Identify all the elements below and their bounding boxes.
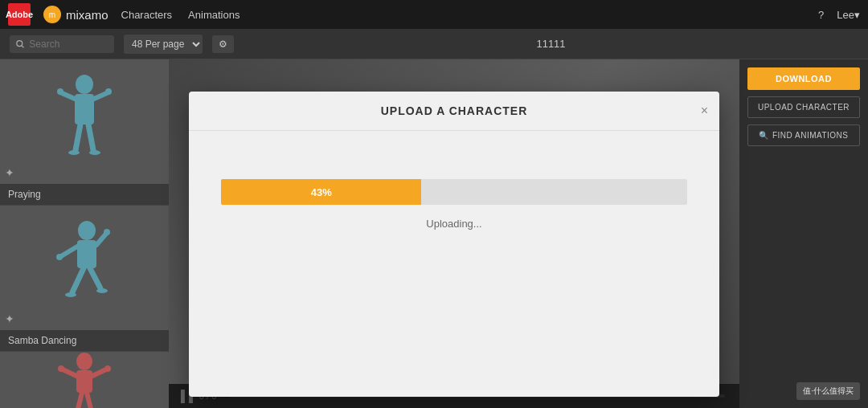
main-layout: ✦ Praying xyxy=(0,59,868,408)
progress-label: 43% xyxy=(311,186,332,198)
top-navigation: Adobe m mixamo Characters Animations ? L… xyxy=(0,0,868,29)
svg-point-17 xyxy=(104,229,110,235)
modal-overlay: UPLOAD A CHARACTER × 43% Uploading... xyxy=(169,59,739,408)
svg-point-6 xyxy=(57,88,63,95)
svg-line-14 xyxy=(61,247,77,256)
svg-rect-3 xyxy=(75,94,94,124)
nav-characters[interactable]: Characters xyxy=(121,9,173,21)
modal-body: 43% Uploading... xyxy=(189,131,719,262)
svg-line-26 xyxy=(92,369,106,376)
modal-close-button[interactable]: × xyxy=(701,104,708,118)
svg-line-16 xyxy=(96,234,106,245)
svg-rect-13 xyxy=(77,240,96,268)
svg-point-21 xyxy=(96,288,108,293)
gear-button[interactable]: ⚙ xyxy=(212,35,234,53)
card-thumbnail-praying: ✦ xyxy=(0,59,169,184)
watermark: 值·什么值得买 xyxy=(796,382,860,400)
toolbar-title: 11111 xyxy=(536,38,565,50)
nav-animations[interactable]: Animations xyxy=(188,9,240,21)
nav-links: Characters Animations xyxy=(121,9,240,21)
svg-point-15 xyxy=(56,254,63,260)
card-label-samba: Samba Dancing xyxy=(0,330,169,351)
svg-line-18 xyxy=(72,268,84,292)
adobe-logo: Adobe xyxy=(8,3,31,26)
search-box[interactable] xyxy=(10,35,114,53)
mixamo-icon: m xyxy=(43,6,61,23)
user-menu[interactable]: Lee▾ xyxy=(837,9,860,21)
svg-line-19 xyxy=(90,268,100,288)
svg-line-29 xyxy=(87,393,92,408)
card-icon-praying: ✦ xyxy=(5,166,14,179)
help-button[interactable]: ? xyxy=(818,9,824,21)
svg-point-20 xyxy=(65,292,76,297)
svg-point-22 xyxy=(76,353,92,370)
card-label-praying: Praying xyxy=(0,184,169,205)
find-animations-button[interactable]: 🔍 FIND ANIMATIONS xyxy=(747,124,860,146)
card-icon-samba: ✦ xyxy=(5,312,14,325)
uploading-text: Uploading... xyxy=(221,218,687,230)
svg-rect-23 xyxy=(76,370,92,393)
svg-point-12 xyxy=(78,221,96,240)
progress-bar-container: 43% xyxy=(221,179,687,205)
svg-line-24 xyxy=(63,369,76,376)
list-item[interactable]: Dancing xyxy=(0,352,169,408)
svg-line-28 xyxy=(77,393,82,408)
list-item[interactable]: ✦ Praying xyxy=(0,59,169,206)
svg-point-25 xyxy=(58,365,64,372)
svg-point-10 xyxy=(68,150,80,155)
find-animations-label: FIND ANIMATIONS xyxy=(772,131,849,140)
toolbar: 48 Per page ⚙ 11111 xyxy=(0,29,868,59)
center-viewport: ▐▐ 0 / 0 UPLOAD A CHARACTER × 43% Upload… xyxy=(169,59,739,408)
svg-line-9 xyxy=(88,124,93,150)
upload-modal: UPLOAD A CHARACTER × 43% Uploading... xyxy=(189,92,719,397)
search-input[interactable] xyxy=(29,39,108,50)
svg-point-7 xyxy=(105,88,112,95)
upload-character-button[interactable]: UPLOAD CHARACTER xyxy=(747,96,860,118)
search-icon xyxy=(16,39,24,49)
svg-line-1 xyxy=(22,46,23,47)
card-thumbnail-samba: ✦ xyxy=(0,206,169,330)
svg-point-2 xyxy=(76,75,93,94)
modal-title: UPLOAD A CHARACTER xyxy=(381,104,528,117)
search-icon-small: 🔍 xyxy=(759,131,769,140)
nav-right: ? Lee▾ xyxy=(818,9,860,21)
left-sidebar: ✦ Praying xyxy=(0,59,169,408)
list-item[interactable]: ✦ Samba Dancing xyxy=(0,206,169,352)
progress-fill: 43% xyxy=(221,179,421,205)
svg-point-11 xyxy=(89,150,100,155)
download-button[interactable]: DOWNLOAD xyxy=(747,67,860,90)
mixamo-logo: m mixamo xyxy=(43,6,108,23)
svg-point-0 xyxy=(17,40,23,46)
svg-line-8 xyxy=(76,124,80,150)
card-thumbnail-dancing xyxy=(0,352,169,408)
modal-header: UPLOAD A CHARACTER × xyxy=(189,92,719,131)
right-panel: DOWNLOAD UPLOAD CHARACTER 🔍 FIND ANIMATI… xyxy=(739,59,868,408)
per-page-select[interactable]: 48 Per page xyxy=(124,35,203,54)
svg-point-27 xyxy=(104,365,111,372)
